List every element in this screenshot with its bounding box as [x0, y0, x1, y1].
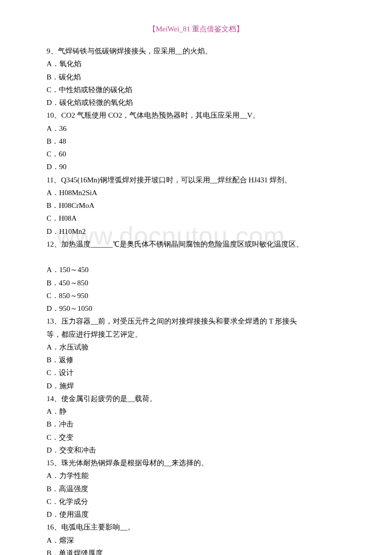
question-text: 10、CO2 气瓶使用 CO2，气体电热预热器时，其电压应采用__V。 — [47, 109, 345, 122]
question-text: 16、电弧电压主要影响__。 — [47, 521, 345, 533]
option-text: A．氧化焰 — [47, 57, 345, 70]
option-text: D．950～1050 — [47, 302, 345, 315]
option-text: C．设计 — [47, 366, 345, 379]
option-text: D．碳化焰或轻微的氧化焰 — [47, 96, 345, 109]
option-text: D．施焊 — [47, 379, 345, 392]
question-text: 9、气焊铸铁与低碳钢焊接接头，应采用__的火焰。 — [47, 45, 345, 57]
option-text: C．850～950 — [47, 289, 345, 302]
question-text: 14、使金属引起疲劳的是__载荷。 — [47, 392, 345, 405]
option-text: B．48 — [47, 135, 345, 148]
option-text: C．化学成分 — [47, 495, 345, 508]
option-text: B．冲击 — [47, 418, 345, 430]
option-text: B．返修 — [47, 353, 345, 366]
option-text: B．单道焊缝厚度 — [47, 547, 345, 555]
option-text: A．静 — [47, 405, 345, 418]
page-header: 【MeiWei_81 重点借鉴文档】 — [47, 25, 345, 34]
content-area: www.docnutou.com 9、气焊铸铁与低碳钢焊接接头，应采用__的火焰… — [47, 45, 345, 555]
question-text: 11、Q345(16Mn)钢埋弧焊对接开坡口时，可以采用__焊丝配合 HJ431… — [47, 174, 345, 186]
option-text: C．H08A — [47, 212, 345, 225]
option-text: A．36 — [47, 122, 345, 135]
question-text: 13、压力容器__前，对受压元件之间的对接焊接接头和要求全焊透的 T 形接头 — [47, 315, 345, 328]
option-text: C．中性焰或轻微的碳化焰 — [47, 83, 345, 96]
option-text: D．交变和冲击 — [47, 444, 345, 456]
question-text: 15、珠光体耐热钢焊条是根据母材的__来选择的。 — [47, 456, 345, 469]
option-text: B．高温强度 — [47, 482, 345, 495]
option-text: A．熔深 — [47, 534, 345, 547]
question-text-cont: 等，都应进行焊接工艺评定。 — [47, 328, 345, 341]
blank-line — [47, 251, 345, 263]
option-text: C．60 — [47, 148, 345, 160]
option-text: A．H08Mn2SiA — [47, 186, 345, 199]
option-text: A．150～450 — [47, 263, 345, 276]
option-text: C．交变 — [47, 431, 345, 444]
option-text: B．450～850 — [47, 277, 345, 289]
option-text: D．使用温度 — [47, 508, 345, 521]
option-text: A．力学性能 — [47, 469, 345, 482]
option-text: D．90 — [47, 160, 345, 173]
question-text: 12、加热温度______℃是奥氏体不锈钢晶间腐蚀的危险温度区或叫敏化温度区。 — [47, 238, 345, 251]
option-text: B．H08CrMoA — [47, 199, 345, 212]
option-text: A．水压试验 — [47, 341, 345, 353]
option-text: D．H10Mn2 — [47, 225, 345, 238]
option-text: B．碳化焰 — [47, 71, 345, 83]
